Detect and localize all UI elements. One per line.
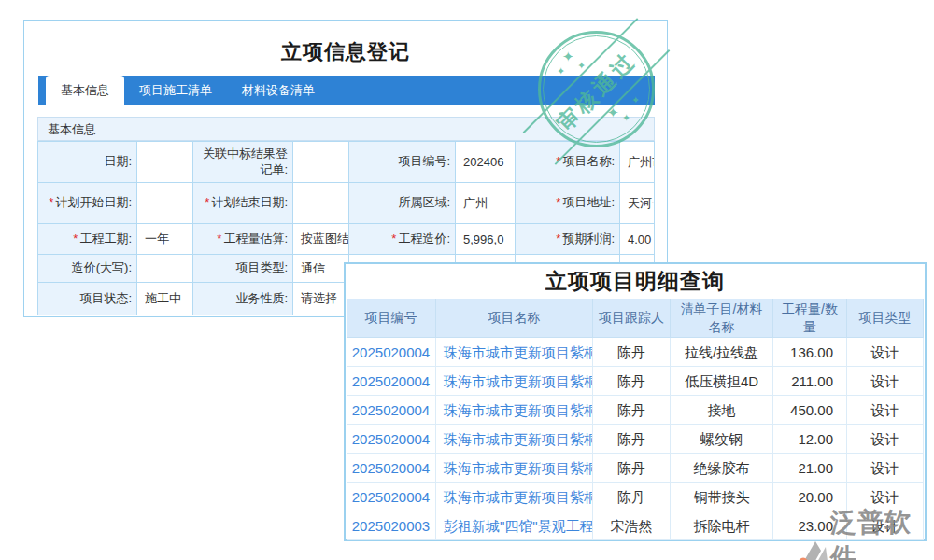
tab-1[interactable]: 项目施工清单 xyxy=(124,76,227,105)
required-asterisk: * xyxy=(49,195,53,210)
cell-project-code[interactable]: 2025020004 xyxy=(347,367,436,396)
field-value[interactable] xyxy=(137,141,193,182)
field-label: 项目状态: xyxy=(38,282,137,315)
cell-tracker: 陈丹 xyxy=(593,367,671,396)
field-value[interactable] xyxy=(137,254,193,282)
field-value[interactable]: 广州市 xyxy=(620,141,655,182)
field-label-text: 项目状态: xyxy=(79,291,132,306)
field-label: *计划结束日期: xyxy=(193,182,293,223)
field-value[interactable]: 5,996,0 xyxy=(456,223,516,254)
field-value[interactable]: 天河长 xyxy=(620,182,655,223)
column-header-4: 工程量/数量 xyxy=(773,299,847,338)
field-label-text: 计划结束日期: xyxy=(211,195,288,210)
column-header-1: 项目名称 xyxy=(436,299,593,338)
field-label-text: 业务性质: xyxy=(235,291,288,306)
cell-project-code[interactable]: 2025020004 xyxy=(347,338,436,367)
tab-0[interactable]: 基本信息 xyxy=(46,76,124,105)
column-header-2: 项目跟踪人 xyxy=(593,299,671,338)
field-label-text: 工程造价: xyxy=(398,231,450,246)
field-value[interactable]: 请选择 xyxy=(293,282,349,315)
cell-item-name: 绝缘胶布 xyxy=(671,454,773,483)
cell-quantity: 12.00 xyxy=(773,425,847,454)
cell-project-code[interactable]: 2025020004 xyxy=(347,425,436,454)
field-label-text: 关联中标结果登记单: xyxy=(197,147,288,177)
cell-quantity: 136.00 xyxy=(773,338,847,367)
field-label-text: 项目地址: xyxy=(562,195,615,210)
required-asterisk: * xyxy=(556,195,560,210)
cell-item-name: 拉线/拉线盘 xyxy=(671,338,773,367)
cell-tracker: 宋浩然 xyxy=(593,511,671,540)
cell-project-name[interactable]: 珠海市城市更新项目紫桐 xyxy=(436,338,593,367)
cell-tracker: 陈丹 xyxy=(593,483,671,511)
cell-item-name: 铜带接头 xyxy=(671,483,773,511)
field-label: *计划开始日期: xyxy=(38,182,137,223)
tab-bar: 基本信息项目施工清单材料设备清单 xyxy=(38,76,655,105)
field-label: *工程量估算: xyxy=(193,223,293,254)
cell-project-name[interactable]: 珠海市城市更新项目紫桐 xyxy=(436,396,593,425)
field-value[interactable]: 4.00 xyxy=(620,223,655,254)
field-label: 业务性质: xyxy=(193,282,293,315)
field-label: 项目编号: xyxy=(349,141,456,182)
column-header-0: 项目编号 xyxy=(347,299,436,338)
cell-quantity: 21.00 xyxy=(773,454,847,483)
field-label-text: 预期利润: xyxy=(562,231,615,246)
field-value[interactable] xyxy=(293,141,349,182)
cell-project-code[interactable]: 2025020004 xyxy=(347,483,436,511)
required-asterisk: * xyxy=(205,195,209,210)
required-asterisk: * xyxy=(391,231,396,246)
cell-project-name[interactable]: 珠海市城市更新项目紫桐 xyxy=(436,367,593,396)
field-value[interactable] xyxy=(137,182,193,223)
cell-project-name[interactable]: 珠海市城市更新项目紫桐 xyxy=(436,483,593,511)
required-asterisk: * xyxy=(556,231,560,246)
column-header-3: 清单子目/材料名称 xyxy=(671,299,773,338)
field-label-text: 工程工期: xyxy=(79,231,132,246)
field-value[interactable]: 一年 xyxy=(137,223,193,254)
tab-2[interactable]: 材料设备清单 xyxy=(227,76,330,105)
field-label: 项目类型: xyxy=(193,254,293,282)
field-value[interactable]: 202406 xyxy=(456,141,516,182)
cell-project-type: 设计 xyxy=(847,396,924,425)
field-value[interactable]: 通信 xyxy=(293,254,349,282)
cell-project-type: 设计 xyxy=(847,425,924,454)
field-value[interactable] xyxy=(293,182,349,223)
cell-project-name[interactable]: 彭祖新城"四馆"景观工程 xyxy=(436,511,593,540)
cell-item-name: 拆除电杆 xyxy=(671,511,773,540)
cell-project-code[interactable]: 2025020003 xyxy=(347,511,436,540)
cell-tracker: 陈丹 xyxy=(593,338,671,367)
field-label: *工程造价: xyxy=(349,223,456,254)
field-label-text: 所属区域: xyxy=(398,195,450,210)
field-label-text: 造价(大写): xyxy=(72,260,132,275)
cell-tracker: 陈丹 xyxy=(593,454,671,483)
cell-quantity: 23.00 xyxy=(773,511,847,540)
field-value[interactable]: 施工中 xyxy=(137,282,193,315)
field-label-text: 计划开始日期: xyxy=(55,195,132,210)
cell-project-code[interactable]: 2025020004 xyxy=(347,454,436,483)
screen: 立项信息登记 基本信息项目施工清单材料设备清单 基本信息 日期:关联中标结果登记… xyxy=(0,0,934,560)
cell-project-name[interactable]: 珠海市城市更新项目紫桐 xyxy=(436,425,593,454)
field-label: 日期: xyxy=(38,141,137,182)
field-label-text: 项目名称: xyxy=(562,154,615,169)
required-asterisk: * xyxy=(73,231,78,246)
cell-project-type: 设计 xyxy=(847,483,924,511)
cell-project-name[interactable]: 珠海市城市更新项目紫桐 xyxy=(436,454,593,483)
cell-tracker: 陈丹 xyxy=(593,425,671,454)
cell-project-code[interactable]: 2025020004 xyxy=(347,396,436,425)
field-label: 所属区域: xyxy=(349,182,456,223)
field-value[interactable]: 广州 xyxy=(456,182,516,223)
cell-item-name: 螺纹钢 xyxy=(671,425,773,454)
registration-window-title: 立项信息登记 xyxy=(24,38,667,66)
cell-project-type: 设计 xyxy=(847,511,924,540)
detail-query-window: 立项项目明细查询 项目编号项目名称项目跟踪人清单子目/材料名称工程量/数量项目类… xyxy=(344,262,927,541)
cell-quantity: 211.00 xyxy=(773,367,847,396)
cell-item-name: 接地 xyxy=(671,396,773,425)
field-value[interactable]: 按蓝图结 xyxy=(293,223,349,254)
section-header: 基本信息 xyxy=(37,117,655,141)
cell-tracker: 陈丹 xyxy=(593,396,671,425)
required-asterisk: * xyxy=(217,231,221,246)
field-label-text: 日期: xyxy=(104,154,132,169)
column-header-5: 项目类型 xyxy=(847,299,924,338)
cell-project-type: 设计 xyxy=(847,367,924,396)
field-label-text: 工程量估算: xyxy=(223,231,288,246)
field-label: *项目地址: xyxy=(516,182,620,223)
cell-quantity: 20.00 xyxy=(773,483,847,511)
